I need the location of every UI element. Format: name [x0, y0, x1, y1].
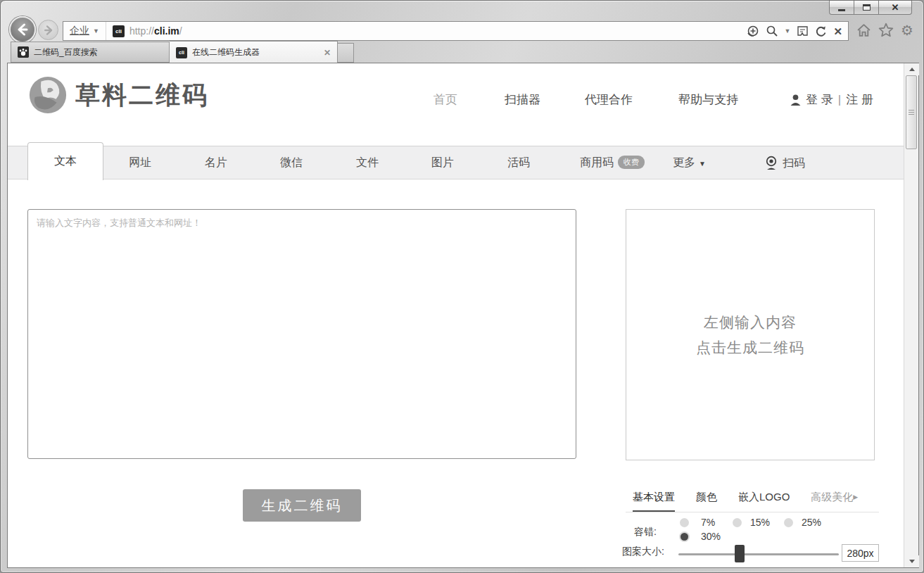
tolerance-option-30[interactable]: 30% [701, 531, 721, 542]
scroll-down-button[interactable] [904, 555, 919, 567]
window-controls: ✕ [829, 1, 912, 15]
minimize-button[interactable] [829, 1, 854, 15]
size-slider-track[interactable] [678, 553, 839, 555]
close-icon: ✕ [892, 3, 899, 12]
type-tab-scan[interactable]: 扫码 [764, 156, 805, 171]
nav-agency[interactable]: 代理合作 [585, 92, 633, 108]
stop-icon[interactable]: ✕ [833, 26, 842, 37]
arrow-up-icon [909, 68, 915, 71]
type-tab-business[interactable]: 商用码收费 [580, 156, 645, 170]
generate-button[interactable]: 生成二维码 [243, 489, 361, 522]
auth-divider: | [838, 93, 841, 107]
tolerance-radio-25[interactable] [784, 518, 793, 527]
baidu-paw-icon [18, 46, 29, 58]
chevron-down-icon: ▼ [93, 27, 99, 34]
chevron-down-icon: ▼ [699, 160, 706, 168]
user-icon [790, 94, 801, 106]
home-icon[interactable] [856, 23, 871, 37]
browser-tab-strip: 二维码_百度搜索 cli 在线二维码生成器 ✕ [11, 42, 354, 63]
addon-circle-plus-icon[interactable] [747, 25, 759, 37]
page-viewport: 草料二维码 首页 扫描器 代理合作 帮助与支持 登 录 | 注 册 文本 网址 … [7, 63, 919, 568]
qr-hint-line1: 左侧输入内容 [704, 310, 797, 335]
tolerance-radio-15[interactable] [733, 518, 742, 527]
maximize-button[interactable] [854, 1, 879, 15]
scrollbar-grip [909, 114, 914, 115]
maximize-icon [863, 4, 871, 11]
compatibility-view-icon[interactable] [797, 25, 809, 37]
browser-tab-title: 在线二维码生成器 [192, 46, 319, 58]
address-bar-icons: ▼ ✕ [747, 25, 849, 37]
type-tab-more[interactable]: 更多▼ [673, 156, 706, 170]
nav-scanner[interactable]: 扫描器 [505, 92, 540, 108]
settings-tab-basic[interactable]: 基本设置 [633, 491, 675, 512]
new-tab-stub[interactable] [338, 43, 354, 63]
arrow-down-icon [909, 560, 915, 563]
tolerance-radio-30[interactable] [681, 533, 688, 541]
type-tab-url[interactable]: 网址 [129, 156, 151, 170]
browser-tab-baidu[interactable]: 二维码_百度搜索 [11, 42, 170, 63]
type-tab-vcard[interactable]: 名片 [205, 156, 227, 170]
forward-button[interactable] [38, 20, 58, 40]
login-link[interactable]: 登 录 [806, 92, 833, 108]
webcam-icon [764, 156, 778, 171]
zone-label: 企业 [70, 25, 89, 37]
browser-tab-cli[interactable]: cli 在线二维码生成器 ✕ [170, 41, 338, 63]
tab-close-icon[interactable]: ✕ [324, 48, 331, 58]
cli-favicon: cli [176, 47, 187, 58]
refresh-icon[interactable] [815, 25, 827, 37]
tolerance-radio-7[interactable] [680, 518, 689, 527]
url-text[interactable]: http://cli.im/ [129, 25, 182, 37]
site-favicon: cli [113, 25, 125, 37]
arrow-right-icon: ▶ [853, 493, 858, 500]
tolerance-option-7[interactable]: 7% [701, 517, 715, 528]
type-tab-wechat[interactable]: 微信 [280, 156, 303, 170]
size-value-input[interactable] [842, 544, 879, 562]
settings-tab-color[interactable]: 颜色 [696, 491, 717, 512]
chrome-buttons: ⚙ [856, 23, 913, 37]
favorites-star-icon[interactable] [878, 23, 894, 37]
site-logo[interactable]: 草料二维码 [27, 75, 209, 115]
nav-help[interactable]: 帮助与支持 [678, 92, 738, 108]
site-title: 草料二维码 [75, 79, 209, 112]
caoliao-logo-icon [27, 75, 68, 115]
type-tab-live[interactable]: 活码 [507, 156, 530, 170]
back-arrow-icon [15, 23, 30, 37]
settings-tabs: 基本设置 颜色 嵌入LOGO 高级美化▶ [626, 491, 879, 512]
browser-tab-title: 二维码_百度搜索 [34, 46, 163, 58]
tolerance-label: 容错: [634, 526, 657, 539]
qr-preview-panel: 左侧输入内容 点击生成二维码 [626, 209, 875, 460]
scrollbar-grip [909, 110, 914, 111]
gear-icon[interactable]: ⚙ [901, 23, 913, 37]
register-link[interactable]: 注 册 [846, 92, 873, 108]
content-input[interactable] [27, 209, 576, 459]
auth-links: 登 录 | 注 册 [790, 92, 873, 108]
scrollbar-thumb[interactable] [906, 75, 917, 149]
scrollbar-grip [909, 112, 914, 113]
type-tab-file[interactable]: 文件 [356, 156, 379, 170]
search-dropdown-icon[interactable]: ▼ [785, 27, 791, 34]
nav-home[interactable]: 首页 [433, 92, 457, 108]
window-close-button[interactable]: ✕ [879, 1, 912, 15]
tolerance-option-15[interactable]: 15% [750, 517, 770, 528]
browser-window: ✕ 企业 ▼ cli http://cli.im/ ▼ ✕ ⚙ 二 [0, 0, 924, 573]
settings-tab-logo[interactable]: 嵌入LOGO [738, 491, 790, 512]
size-slider-thumb[interactable] [735, 545, 745, 562]
forward-arrow-icon [43, 25, 54, 36]
type-tab-image[interactable]: 图片 [431, 156, 454, 170]
scroll-up-button[interactable] [904, 63, 919, 75]
address-bar[interactable]: 企业 ▼ cli http://cli.im/ ▼ ✕ [63, 21, 849, 41]
qr-hint-line2: 点击生成二维码 [696, 335, 804, 360]
settings-tab-advanced[interactable]: 高级美化▶ [811, 491, 858, 512]
minimize-icon [838, 9, 845, 11]
zone-dropdown[interactable]: 企业 ▼ [63, 22, 106, 40]
search-icon[interactable] [766, 25, 778, 37]
back-button[interactable] [9, 16, 36, 43]
webpage: 草料二维码 首页 扫描器 代理合作 帮助与支持 登 录 | 注 册 文本 网址 … [8, 63, 904, 567]
type-tab-text[interactable]: 文本 [27, 142, 103, 180]
fee-badge: 收费 [618, 156, 645, 169]
tolerance-option-25[interactable]: 25% [802, 517, 821, 528]
page-scrollbar[interactable] [904, 63, 918, 567]
size-label: 图案大小: [622, 546, 664, 558]
